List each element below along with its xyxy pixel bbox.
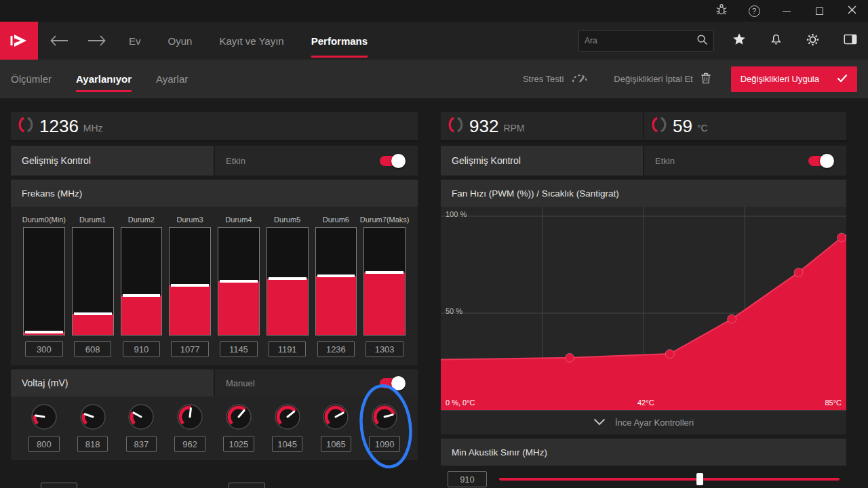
frequency-bar[interactable] [267, 227, 309, 336]
voltage-manual-toggle[interactable] [380, 378, 404, 388]
sub-tab-ayarlar[interactable]: Ayarlar [156, 60, 188, 98]
sub-tab-ayarlaniyor[interactable]: Ayarlanıyor [76, 60, 132, 98]
frequency-value-box[interactable]: 300 [25, 341, 63, 357]
voltage-value-box[interactable]: 1090 [369, 436, 400, 452]
discard-changes-button[interactable]: Değişiklikleri İptal Et [614, 71, 711, 87]
frequency-bar[interactable] [315, 227, 357, 336]
chevron-down-icon [593, 418, 606, 428]
frequency-bar-marker[interactable] [269, 277, 307, 280]
frequency-bar-marker[interactable] [366, 271, 403, 274]
amd-radeon-logo[interactable] [0, 22, 38, 60]
min-acoustic-title: Min Akustik Sınır (MHz) [441, 439, 846, 466]
frequency-bar-marker[interactable] [171, 284, 209, 287]
voltage-knob-column: 800 [23, 403, 65, 452]
fan-curve-point[interactable] [794, 268, 803, 277]
voltage-knob[interactable] [79, 403, 106, 430]
voltage-knob[interactable] [274, 403, 301, 430]
slider-track [499, 478, 840, 481]
fan-curve-point[interactable] [665, 350, 674, 359]
voltage-value-box[interactable]: 1045 [272, 436, 303, 452]
slider-handle[interactable] [696, 473, 703, 485]
settings-button[interactable] [806, 33, 820, 49]
frequency-value-box[interactable]: 1077 [171, 341, 209, 357]
frequency-state-label: Durum7(Maks) [360, 212, 410, 227]
min-acoustic-slider[interactable] [499, 471, 840, 487]
fan-advanced-control-toggle[interactable] [808, 156, 833, 166]
minimize-button[interactable] [770, 0, 803, 22]
frequency-bar[interactable] [169, 227, 211, 336]
frequency-state-column: Durum1608 [72, 212, 114, 357]
voltage-value-box[interactable]: 818 [77, 436, 108, 452]
frequency-state-label: Durum4 [225, 212, 252, 227]
partial-value-box[interactable] [41, 483, 77, 488]
frequency-bar[interactable] [363, 227, 406, 336]
search-input[interactable] [585, 36, 692, 45]
voltage-knob[interactable] [31, 403, 58, 430]
close-button[interactable] [835, 0, 868, 22]
help-button[interactable]: ? [738, 0, 770, 22]
frequency-bar-marker[interactable] [74, 312, 112, 315]
gpu-clock-header: 1236 MHz [11, 112, 418, 142]
voltage-value-box[interactable]: 962 [174, 436, 205, 452]
notifications-button[interactable] [769, 33, 783, 49]
check-icon [837, 74, 848, 85]
fan-curve-point[interactable] [837, 233, 846, 242]
voltage-knob[interactable] [371, 403, 398, 430]
maximize-button[interactable] [803, 0, 835, 22]
voltage-value-box[interactable]: 1065 [321, 436, 352, 452]
frequency-bar-fill [170, 285, 210, 335]
fine-tuning-controls-button[interactable]: İnce Ayar Kontrolleri [441, 410, 846, 434]
frequency-value-box[interactable]: 608 [74, 341, 112, 357]
gpu-temp-unit: °C [697, 123, 708, 134]
frequency-bar[interactable] [72, 227, 114, 336]
frequency-value-box[interactable]: 910 [123, 341, 161, 357]
frequency-state-label: Durum3 [177, 212, 203, 227]
forward-button[interactable] [88, 35, 106, 46]
bug-report-button[interactable] [705, 0, 738, 22]
min-acoustic-value-box[interactable]: 910 [448, 471, 487, 487]
fan-speed-header: 932 RPM [441, 112, 643, 142]
frequency-bar[interactable] [23, 227, 65, 336]
frequency-bar-marker[interactable] [123, 294, 161, 297]
gpu-advanced-control-toggle[interactable] [380, 156, 404, 166]
fan-curve-point[interactable] [728, 314, 736, 323]
frequency-bar[interactable] [121, 227, 163, 336]
fine-tuning-label: İnce Ayar Kontrolleri [615, 418, 694, 428]
voltage-knob-column: 837 [121, 403, 163, 452]
overlay-panel-icon [842, 32, 859, 49]
stress-test-button[interactable]: Stres Testi [523, 72, 589, 86]
partial-value-box[interactable] [229, 483, 265, 488]
frequency-value-box[interactable]: 1303 [366, 341, 403, 357]
frequency-value-box[interactable]: 1145 [220, 341, 258, 357]
nav-tab-performans[interactable]: Performans [311, 22, 368, 60]
overlay-panel-button[interactable] [842, 32, 859, 49]
voltage-knob[interactable] [176, 403, 203, 430]
frequency-bar-marker[interactable] [25, 331, 63, 333]
frequency-bar-marker[interactable] [220, 280, 258, 283]
frequency-state-label: Durum6 [323, 212, 349, 227]
fan-curve-point[interactable] [566, 353, 574, 362]
voltage-value-box[interactable]: 837 [126, 436, 157, 452]
frequency-bar[interactable] [218, 227, 260, 336]
frequency-value-box[interactable]: 1236 [317, 341, 355, 357]
voltage-value-box[interactable]: 1025 [223, 436, 254, 452]
back-button[interactable] [50, 35, 68, 46]
frequency-state-column: Durum61236 [315, 212, 357, 357]
apply-changes-button[interactable]: Değişiklikleri Uygula [731, 66, 857, 92]
voltage-value-box[interactable]: 800 [28, 436, 60, 452]
frequency-bar-fill [73, 314, 113, 335]
voltage-knob[interactable] [127, 403, 155, 430]
search-box[interactable] [578, 30, 714, 52]
voltage-knob[interactable] [225, 403, 252, 430]
nav-tab-oyun[interactable]: Oyun [168, 22, 193, 60]
frequency-value-box[interactable]: 1191 [269, 341, 307, 357]
voltage-knob[interactable] [322, 403, 349, 430]
fan-curve-chart[interactable]: 100 % 50 % 0 %, 0°C 42°C 85°C [441, 207, 846, 410]
trash-icon [700, 71, 712, 87]
frequency-bar-fill [267, 279, 308, 335]
favorites-button[interactable] [732, 32, 747, 49]
frequency-bar-marker[interactable] [317, 274, 355, 277]
sub-tab-olcumler[interactable]: Ölçümler [11, 60, 52, 98]
nav-tab-kayit-ve-yayin[interactable]: Kayıt ve Yayın [219, 22, 283, 60]
nav-tab-ev[interactable]: Ev [129, 22, 141, 60]
